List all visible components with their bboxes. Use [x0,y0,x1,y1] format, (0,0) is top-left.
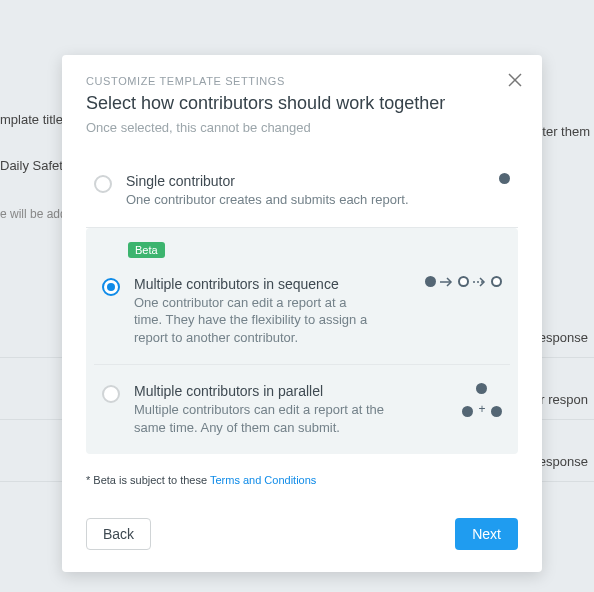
beta-badge: Beta [128,242,165,258]
option-parallel-title: Multiple contributors in parallel [134,383,418,399]
modal-eyebrow: CUSTOMIZE TEMPLATE SETTINGS [86,75,518,87]
option-parallel[interactable]: Multiple contributors in parallel Multip… [94,365,510,454]
option-single-title: Single contributor [126,173,426,189]
modal-subtitle: Once selected, this cannot be changed [86,120,518,135]
modal-dialog: CUSTOMIZE TEMPLATE SETTINGS Select how c… [62,55,542,572]
terms-link[interactable]: Terms and Conditions [210,474,316,486]
option-sequence-title: Multiple contributors in sequence [134,276,378,292]
bg-template-title-label: mplate title [0,112,63,127]
modal-title: Select how contributors should work toge… [86,93,518,114]
option-parallel-desc: Multiple contributors can edit a report … [134,401,418,436]
beta-group: Beta Multiple contributors in sequence O… [86,228,518,455]
modal-body: Single contributor One contributor creat… [62,147,542,462]
single-contributor-icon [440,173,510,184]
radio-sequence[interactable] [102,278,120,296]
option-sequence-desc: One contributor can edit a report at a t… [134,294,378,347]
footnote: * Beta is subject to these Terms and Con… [62,462,542,502]
option-single-contributor[interactable]: Single contributor One contributor creat… [86,155,518,228]
radio-single[interactable] [94,175,112,193]
option-single-desc: One contributor creates and submits each… [126,191,426,209]
modal-footer: Back Next [62,502,542,572]
option-parallel-text: Multiple contributors in parallel Multip… [134,383,418,436]
sequence-icon [392,276,502,288]
modal-header: CUSTOMIZE TEMPLATE SETTINGS Select how c… [62,55,542,147]
next-button[interactable]: Next [455,518,518,550]
back-button[interactable]: Back [86,518,151,550]
bg-daily-safety: Daily Safety [0,158,69,173]
parallel-icon: + [432,383,502,417]
option-sequence-text: Multiple contributors in sequence One co… [134,276,378,347]
close-icon[interactable] [508,73,522,91]
option-single-text: Single contributor One contributor creat… [126,173,426,209]
option-sequence[interactable]: Multiple contributors in sequence One co… [94,258,510,366]
footnote-text: * Beta is subject to these [86,474,210,486]
radio-parallel[interactable] [102,385,120,403]
